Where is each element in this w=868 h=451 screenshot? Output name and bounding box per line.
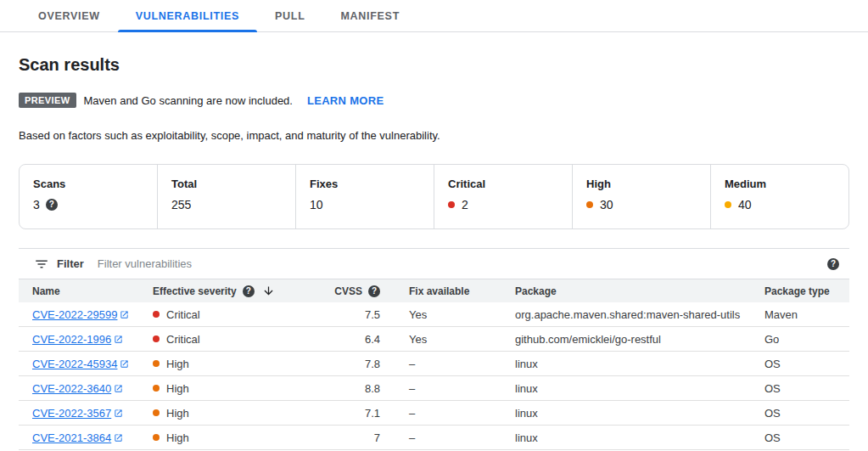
cell-package-type: OS bbox=[764, 358, 849, 370]
cell-package: linux bbox=[515, 358, 764, 370]
column-header-severity[interactable]: Effective severity ? bbox=[153, 285, 304, 297]
stat-value: 255 bbox=[171, 198, 191, 211]
stat-value: 30 bbox=[600, 198, 613, 211]
stat-label: Scans bbox=[33, 178, 157, 190]
column-header-name[interactable]: Name bbox=[19, 285, 153, 297]
cell-name: CVE-2022-1996 bbox=[19, 333, 153, 346]
column-header-package-type[interactable]: Package type bbox=[764, 285, 849, 297]
cell-cvss: 7.5 bbox=[304, 308, 380, 321]
table-row: CVE-2022-3640 High 8.8 – linux OS bbox=[19, 376, 849, 401]
severity-dot bbox=[153, 311, 160, 318]
cve-link[interactable]: CVE-2022-3640 bbox=[32, 382, 123, 395]
column-header-severity-label: Effective severity bbox=[153, 285, 237, 297]
table-row: CVE-2022-29599 Critical 7.5 Yes org.apac… bbox=[19, 302, 849, 327]
vulnerabilities-table: Name Effective severity ? CVSS ? Fix ava… bbox=[19, 279, 849, 450]
cell-package: org.apache.maven.shared:maven-shared-uti… bbox=[515, 308, 764, 321]
severity-dot bbox=[153, 335, 160, 342]
preview-badge: PREVIEW bbox=[19, 93, 76, 108]
cell-package: linux bbox=[515, 407, 764, 420]
help-icon[interactable]: ? bbox=[46, 199, 58, 211]
column-header-package[interactable]: Package bbox=[515, 285, 764, 297]
filter-icon[interactable] bbox=[34, 257, 49, 272]
scan-description: Based on factors such as exploitability,… bbox=[19, 129, 849, 142]
cell-package-type: OS bbox=[764, 382, 849, 395]
column-header-cvss-label: CVSS bbox=[334, 285, 362, 297]
help-icon[interactable]: ? bbox=[368, 285, 380, 297]
stat-scans: Scans 3 ? bbox=[20, 165, 157, 228]
help-icon[interactable]: ? bbox=[827, 258, 839, 270]
severity-dot bbox=[153, 385, 160, 392]
cell-fix-available: Yes bbox=[380, 308, 515, 321]
sort-descending-icon[interactable] bbox=[262, 285, 275, 297]
table-row: CVE-2021-3864 High 7 – linux OS bbox=[19, 426, 849, 450]
table-row: CVE-2022-3567 High 7.1 – linux OS bbox=[19, 401, 849, 426]
cell-cvss: 7.8 bbox=[304, 358, 380, 370]
cell-fix-available: – bbox=[380, 431, 515, 444]
cell-severity: High bbox=[153, 431, 304, 444]
page-title: Scan results bbox=[19, 55, 849, 75]
tab-bar: OVERVIEW VULNERABILITIES PULL MANIFEST bbox=[0, 0, 868, 32]
external-link-icon bbox=[114, 384, 123, 393]
table-row: CVE-2022-1996 Critical 6.4 Yes github.co… bbox=[19, 327, 849, 352]
learn-more-link[interactable]: LEARN MORE bbox=[307, 94, 384, 107]
cell-package: linux bbox=[515, 431, 764, 444]
severity-dot bbox=[153, 409, 160, 416]
stat-label: High bbox=[586, 178, 710, 190]
cell-package-type: Maven bbox=[764, 308, 849, 321]
cell-name: CVE-2022-3640 bbox=[19, 382, 153, 395]
cve-link[interactable]: CVE-2022-45934 bbox=[32, 358, 129, 370]
stat-label: Critical bbox=[448, 178, 572, 190]
cell-fix-available: – bbox=[380, 382, 515, 395]
cve-link[interactable]: CVE-2022-1996 bbox=[32, 333, 123, 346]
severity-dot bbox=[153, 360, 160, 367]
stat-high: High 30 bbox=[572, 165, 710, 228]
external-link-icon bbox=[120, 359, 129, 369]
column-header-fix-available[interactable]: Fix available bbox=[380, 285, 515, 297]
external-link-icon bbox=[114, 433, 123, 443]
tab-manifest[interactable]: MANIFEST bbox=[323, 0, 418, 31]
cell-cvss: 6.4 bbox=[304, 333, 380, 346]
help-icon[interactable]: ? bbox=[243, 285, 255, 297]
cell-name: CVE-2021-3864 bbox=[19, 431, 153, 444]
cve-link[interactable]: CVE-2022-29599 bbox=[32, 308, 129, 321]
cell-severity: High bbox=[153, 407, 304, 420]
cell-package-type: OS bbox=[764, 431, 849, 444]
cell-name: CVE-2022-45934 bbox=[19, 358, 153, 370]
external-link-icon bbox=[120, 310, 129, 319]
cell-name: CVE-2022-29599 bbox=[19, 308, 153, 321]
table-header: Name Effective severity ? CVSS ? Fix ava… bbox=[19, 279, 849, 302]
cell-fix-available: – bbox=[380, 358, 515, 370]
stat-medium: Medium 40 bbox=[710, 165, 848, 228]
scan-summary-card: Scans 3 ? Total 255 Fixes 10 Critical 2 … bbox=[19, 164, 849, 229]
filter-input[interactable] bbox=[96, 257, 819, 271]
tab-overview[interactable]: OVERVIEW bbox=[20, 0, 118, 31]
column-header-cvss[interactable]: CVSS ? bbox=[304, 285, 380, 297]
stat-label: Medium bbox=[725, 178, 848, 190]
tab-vulnerabilities[interactable]: VULNERABILITIES bbox=[118, 0, 257, 31]
cell-package: linux bbox=[515, 382, 764, 395]
cell-package: github.com/emicklei/go-restful bbox=[515, 333, 764, 346]
cell-package-type: OS bbox=[764, 407, 849, 420]
stat-value: 40 bbox=[738, 198, 752, 211]
stat-value: 10 bbox=[310, 198, 323, 211]
high-severity-dot bbox=[586, 201, 593, 208]
cell-fix-available: – bbox=[380, 407, 515, 420]
filter-label: Filter bbox=[57, 257, 84, 270]
critical-severity-dot bbox=[448, 201, 455, 208]
medium-severity-dot bbox=[725, 201, 731, 208]
cve-link[interactable]: CVE-2022-3567 bbox=[32, 407, 123, 420]
cell-severity: High bbox=[153, 382, 304, 395]
cell-cvss: 8.8 bbox=[304, 382, 380, 395]
table-row: CVE-2022-45934 High 7.8 – linux OS bbox=[19, 352, 849, 376]
tab-pull[interactable]: PULL bbox=[257, 0, 322, 31]
cell-name: CVE-2022-3567 bbox=[19, 407, 153, 420]
stat-value: 2 bbox=[462, 198, 468, 211]
cve-link[interactable]: CVE-2021-3864 bbox=[32, 431, 123, 444]
cell-severity: Critical bbox=[153, 308, 304, 321]
cell-cvss: 7 bbox=[304, 431, 380, 444]
cell-package-type: Go bbox=[764, 333, 849, 346]
filter-bar: Filter ? bbox=[19, 248, 849, 279]
stat-critical: Critical 2 bbox=[434, 165, 572, 228]
severity-dot bbox=[153, 434, 160, 441]
stat-value: 3 bbox=[33, 198, 40, 211]
